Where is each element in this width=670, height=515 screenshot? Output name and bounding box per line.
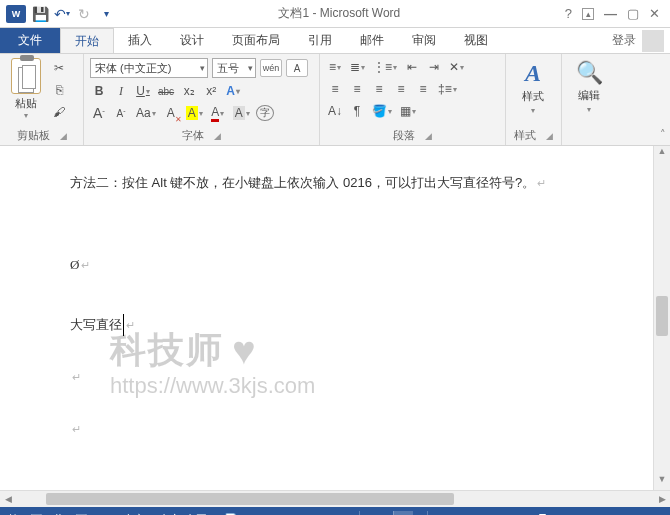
editing-button[interactable]: �binoculars 编辑 ▾ — [568, 58, 610, 114]
tab-review[interactable]: 审阅 — [398, 28, 450, 53]
tab-view[interactable]: 视图 — [450, 28, 502, 53]
underline-button[interactable]: U — [134, 82, 152, 100]
show-marks-button[interactable]: ¶ — [348, 102, 366, 120]
shading-button[interactable]: 🪣 — [370, 102, 394, 120]
styles-launcher-icon[interactable]: ◢ — [546, 131, 553, 141]
status-bar: 第 2 页，共 3 页 533 个字 中文(中国) 📑 ▤ ▦ ▥ − + 10… — [0, 507, 670, 515]
minimize-icon[interactable]: — — [604, 6, 617, 21]
grow-font-button[interactable]: Aˆ — [90, 104, 108, 122]
scroll-down-icon[interactable]: ▼ — [654, 474, 670, 490]
language-status[interactable]: 中文(中国) — [159, 512, 210, 516]
italic-button[interactable]: I — [112, 82, 130, 100]
highlight-button[interactable]: A — [184, 104, 205, 122]
justify-button[interactable]: ≡ — [392, 80, 410, 98]
help-icon[interactable]: ? — [565, 6, 572, 21]
character-shading-button[interactable]: A — [231, 104, 252, 122]
sort-button[interactable]: A↓ — [326, 102, 344, 120]
bold-button[interactable]: B — [90, 82, 108, 100]
undo-icon[interactable]: ↶▾ — [54, 6, 70, 22]
scroll-left-icon[interactable]: ◀ — [0, 494, 16, 504]
font-launcher-icon[interactable]: ◢ — [214, 131, 221, 141]
strikethrough-button[interactable]: abc — [156, 82, 176, 100]
ribbon-display-icon[interactable]: ▴ — [582, 8, 594, 20]
cut-icon[interactable]: ✂ — [50, 60, 68, 76]
scroll-right-icon[interactable]: ▶ — [654, 494, 670, 504]
ribbon-tabs: 文件 开始 插入 设计 页面布局 引用 邮件 审阅 视图 登录 — [0, 28, 670, 54]
qat-customize-icon[interactable]: ▾ — [98, 6, 114, 22]
borders-button[interactable]: ▦ — [398, 102, 418, 120]
tab-mailings[interactable]: 邮件 — [346, 28, 398, 53]
clear-formatting-button[interactable]: A✕ — [162, 104, 180, 122]
subscript-button[interactable]: x₂ — [180, 82, 198, 100]
redo-icon[interactable]: ↻ — [76, 6, 92, 22]
close-icon[interactable]: ✕ — [649, 6, 660, 21]
page-number-status[interactable]: 第 2 页，共 3 页 — [8, 512, 87, 516]
print-layout-icon[interactable]: ▦ — [393, 511, 413, 515]
numbering-button[interactable]: ≣ — [348, 58, 367, 76]
superscript-button[interactable]: x² — [202, 82, 220, 100]
document-page[interactable]: 方法二：按住 Alt 键不放，在小键盘上依次输入 0216，可以打出大写直径符号… — [0, 146, 653, 490]
multilevel-list-button[interactable]: ⋮≡ — [371, 58, 399, 76]
paragraph-mark-icon: ↵ — [537, 177, 546, 189]
paragraph-2: Ø↵ — [70, 254, 583, 276]
enclose-characters-button[interactable]: 字 — [256, 105, 274, 121]
font-name-select[interactable]: 宋体 (中文正文) — [90, 58, 208, 78]
quick-access-toolbar: W 💾 ↶▾ ↻ ▾ — [0, 5, 114, 23]
paragraph-4: ↵ — [70, 366, 583, 388]
text-effects-button[interactable]: A — [224, 82, 242, 100]
group-styles: A 样式 ▾ 样式◢ — [506, 54, 562, 145]
login-area[interactable]: 登录 — [606, 28, 670, 53]
collapse-ribbon-icon[interactable]: ˄ — [660, 128, 666, 141]
document-area: 方法二：按住 Alt 键不放，在小键盘上依次输入 0216，可以打出大写直径符号… — [0, 146, 670, 490]
font-size-select[interactable]: 五号 — [212, 58, 256, 78]
tab-file[interactable]: 文件 — [0, 28, 60, 53]
paste-button[interactable]: 粘贴 ▾ — [6, 58, 46, 126]
copy-icon[interactable]: ⎘ — [50, 82, 68, 98]
group-paragraph: ≡ ≣ ⋮≡ ⇤ ⇥ ✕ ≡ ≡ ≡ ≡ ≡ ‡≡ A↓ ¶ 🪣 ▦ — [320, 54, 506, 145]
decrease-indent-button[interactable]: ⇤ — [403, 58, 421, 76]
tab-insert[interactable]: 插入 — [114, 28, 166, 53]
align-right-button[interactable]: ≡ — [370, 80, 388, 98]
align-left-button[interactable]: ≡ — [326, 80, 344, 98]
word-count-status[interactable]: 533 个字 — [101, 512, 144, 516]
group-clipboard: 粘贴 ▾ ✂ ⎘ 🖌 剪贴板◢ — [0, 54, 84, 145]
font-group-label: 字体 — [182, 128, 204, 143]
horizontal-scrollbar[interactable]: ◀ ▶ — [0, 490, 670, 507]
align-center-button[interactable]: ≡ — [348, 80, 366, 98]
save-icon[interactable]: 💾 — [32, 6, 48, 22]
clipboard-launcher-icon[interactable]: ◢ — [60, 131, 67, 141]
maximize-icon[interactable]: ▢ — [627, 6, 639, 21]
styles-button[interactable]: A 样式 ▾ — [512, 58, 554, 115]
tab-layout[interactable]: 页面布局 — [218, 28, 294, 53]
distributed-button[interactable]: ≡ — [414, 80, 432, 98]
character-border-button[interactable]: A — [286, 59, 308, 77]
increase-indent-button[interactable]: ⇥ — [425, 58, 443, 76]
vertical-scrollbar[interactable]: ▲ ▼ — [653, 146, 670, 490]
paragraph-5: ↵ — [70, 418, 583, 440]
bullets-button[interactable]: ≡ — [326, 58, 344, 76]
paragraph-mark-icon: ↵ — [72, 423, 81, 435]
format-painter-icon[interactable]: 🖌 — [50, 104, 68, 120]
font-color-button[interactable]: A — [209, 104, 227, 122]
shrink-font-button[interactable]: Aˇ — [112, 104, 130, 122]
scroll-up-icon[interactable]: ▲ — [654, 146, 670, 162]
paste-label: 粘贴 — [15, 96, 37, 111]
asian-layout-button[interactable]: ✕ — [447, 58, 466, 76]
ribbon: 粘贴 ▾ ✂ ⎘ 🖌 剪贴板◢ 宋体 (中文正文) 五号 wén A B I U — [0, 54, 670, 146]
tab-references[interactable]: 引用 — [294, 28, 346, 53]
paragraph-3: 大写直径↵ — [70, 314, 583, 336]
tab-home[interactable]: 开始 — [60, 28, 114, 53]
line-spacing-button[interactable]: ‡≡ — [436, 80, 459, 98]
read-mode-icon[interactable]: ▤ — [359, 511, 379, 515]
word-app-icon[interactable]: W — [6, 5, 26, 23]
phonetic-guide-button[interactable]: wén — [260, 59, 282, 77]
text-cursor: 大写直径 — [70, 314, 124, 336]
scroll-thumb[interactable] — [656, 296, 668, 336]
web-layout-icon[interactable]: ▥ — [427, 511, 447, 515]
scroll-thumb-h[interactable] — [46, 493, 454, 505]
tab-design[interactable]: 设计 — [166, 28, 218, 53]
window-title: 文档1 - Microsoft Word — [114, 5, 565, 22]
clipboard-group-label: 剪贴板 — [17, 128, 50, 143]
paragraph-launcher-icon[interactable]: ◢ — [425, 131, 432, 141]
change-case-button[interactable]: Aa — [134, 104, 158, 122]
